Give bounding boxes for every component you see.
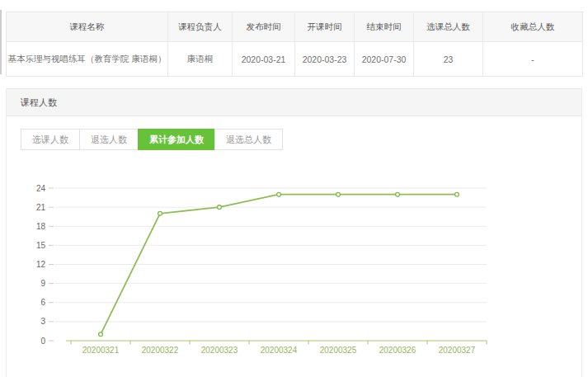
tab-drop-count[interactable]: 退选人数 — [79, 129, 139, 150]
x-tick-label: 20200321 — [82, 346, 120, 355]
chart-tab-bar: 选课人数 退选人数 累计参加人数 退选总人数 — [21, 129, 581, 150]
cell-publish-time: 2020-03-21 — [233, 42, 295, 77]
col-publish-time: 发布时间 — [233, 12, 295, 42]
data-point[interactable] — [396, 192, 400, 196]
y-tick-label: 18 — [36, 222, 46, 231]
col-course-name: 课程名称 — [7, 12, 168, 42]
table-header-row: 课程名称 课程负责人 发布时间 开课时间 结束时间 选课总人数 收藏总人数 — [7, 12, 583, 42]
course-table: 课程名称 课程负责人 发布时间 开课时间 结束时间 选课总人数 收藏总人数 基本… — [6, 12, 583, 77]
data-point[interactable] — [158, 211, 162, 215]
data-point[interactable] — [336, 192, 341, 196]
tab-drop-total-count[interactable]: 退选总人数 — [214, 129, 283, 150]
y-tick-label: 0 — [40, 337, 45, 346]
col-start-time: 开课时间 — [295, 12, 355, 42]
x-tick-label: 20200326 — [379, 346, 416, 355]
table-row: 基本乐理与视唱练耳（教育学院 康语桐） 康语桐 2020-03-21 2020-… — [7, 42, 583, 77]
y-tick-label: 6 — [40, 298, 45, 307]
y-tick-label: 21 — [36, 203, 46, 212]
col-enroll-total: 选课总人数 — [414, 12, 483, 42]
data-point[interactable] — [99, 332, 103, 337]
y-tick-label: 24 — [36, 184, 46, 193]
cell-end-time: 2020-07-30 — [355, 42, 414, 77]
tab-enroll-count[interactable]: 选课人数 — [21, 129, 80, 150]
cell-favorite-total: - — [483, 42, 583, 77]
x-tick-label: 20200325 — [320, 346, 357, 355]
line-chart[interactable]: 0369121518212420200321202003222020032320… — [0, 169, 588, 377]
x-tick-label: 20200323 — [201, 346, 238, 355]
tab-cumulative-count[interactable]: 累计参加人数 — [138, 129, 215, 150]
cell-start-time: 2020-03-23 — [295, 42, 355, 77]
y-tick-label: 15 — [36, 241, 46, 250]
y-tick-label: 9 — [40, 279, 45, 288]
panel-title: 课程人数 — [7, 88, 581, 116]
x-tick-label: 20200322 — [142, 346, 179, 355]
x-tick-label: 20200327 — [439, 346, 476, 355]
y-tick-label: 12 — [36, 260, 46, 269]
col-end-time: 结束时间 — [355, 12, 414, 42]
page-edge — [0, 10, 2, 74]
col-favorite-total: 收藏总人数 — [483, 12, 583, 42]
data-point[interactable] — [277, 192, 281, 196]
y-tick-label: 3 — [40, 317, 45, 326]
cell-course-name: 基本乐理与视唱练耳（教育学院 康语桐） — [7, 42, 168, 77]
cell-course-leader: 康语桐 — [168, 42, 233, 77]
col-course-leader: 课程负责人 — [168, 12, 233, 42]
data-point[interactable] — [455, 192, 459, 196]
data-point[interactable] — [218, 205, 222, 210]
line-chart-svg[interactable]: 0369121518212420200321202003222020032320… — [0, 169, 588, 377]
x-tick-label: 20200324 — [261, 346, 298, 355]
cell-enroll-total: 23 — [414, 42, 483, 77]
